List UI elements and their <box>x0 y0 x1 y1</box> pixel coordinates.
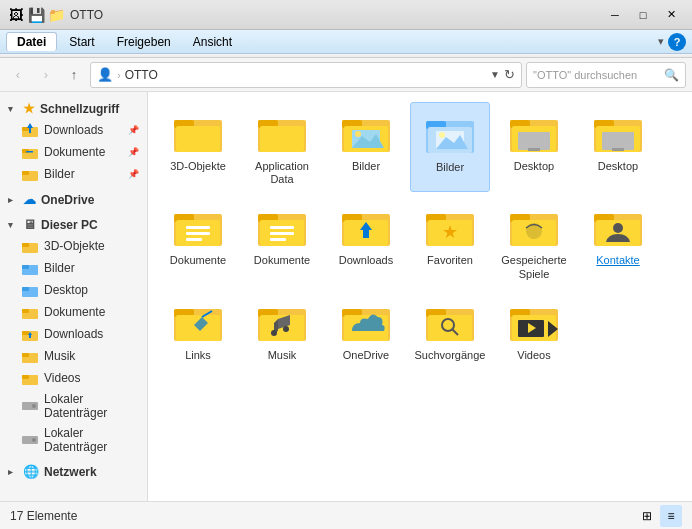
sidebar-item-3d[interactable]: 3D-Objekte <box>0 235 147 257</box>
address-icon: 👤 <box>97 67 113 82</box>
menu-ansicht[interactable]: Ansicht <box>183 33 242 51</box>
file-item-appdata[interactable]: Application Data <box>242 102 322 192</box>
pc-icon: 🖥 <box>23 217 36 232</box>
folder-bilder1-icon <box>342 108 390 156</box>
network-icon: 🌐 <box>23 464 39 479</box>
view-buttons: ⊞ ≡ <box>636 505 682 527</box>
sidebar-item-videos[interactable]: Videos <box>0 367 147 389</box>
search-icon[interactable]: 🔍 <box>664 68 679 82</box>
folder-downloads-icon <box>342 202 390 250</box>
folder-dokumente2-icon <box>258 202 306 250</box>
folder-3dobjekte-icon <box>174 108 222 156</box>
drive1-label: Lokaler Datenträger <box>44 392 139 420</box>
svg-point-22 <box>32 404 36 408</box>
sidebar-item-bilder-quick[interactable]: Bilder 📌 <box>0 163 147 185</box>
file-item-videos[interactable]: Videos <box>494 291 574 368</box>
svg-rect-62 <box>270 226 294 229</box>
menu-start[interactable]: Start <box>59 33 104 51</box>
address-bar[interactable]: 👤 › OTTO ▼ ↻ <box>90 62 522 88</box>
quickaccess-arrow: ▾ <box>8 104 18 114</box>
svg-rect-8 <box>22 243 29 247</box>
help-button[interactable]: ? <box>668 33 686 51</box>
file-item-spiele[interactable]: Gespeicherte Spiele <box>494 196 574 286</box>
file-item-desktop1[interactable]: Desktop <box>494 102 574 192</box>
folder-dokumente2-label: Dokumente <box>254 254 310 267</box>
menu-freigeben[interactable]: Freigeben <box>107 33 181 51</box>
sidebar-header-onedrive[interactable]: ▸ ☁ OneDrive <box>0 189 147 210</box>
sidebar-item-dokumente-quick[interactable]: Dokumente 📌 <box>0 141 147 163</box>
file-item-suche[interactable]: Suchvorgänge <box>410 291 490 368</box>
musik-icon <box>22 348 38 364</box>
folder-musik-icon <box>258 297 306 345</box>
bilder-pc-label: Bilder <box>44 261 75 275</box>
list-view-button[interactable]: ≡ <box>660 505 682 527</box>
file-item-favoriten[interactable]: ★ Favoriten <box>410 196 490 286</box>
ribbon-collapse-arrow[interactable]: ▾ <box>658 35 664 48</box>
folder-dokumente1-icon <box>174 202 222 250</box>
back-button[interactable]: ‹ <box>6 63 30 87</box>
file-item-bilder2[interactable]: Bilder <box>410 102 490 192</box>
svg-point-79 <box>613 223 623 233</box>
forward-button[interactable]: › <box>34 63 58 87</box>
cloud-icon: ☁ <box>23 192 36 207</box>
file-item-musik[interactable]: Musik <box>242 291 322 368</box>
musik-label: Musik <box>44 349 75 363</box>
sidebar-header-network[interactable]: ▸ 🌐 Netzwerk <box>0 461 147 482</box>
folder-desktop2-icon <box>594 108 642 156</box>
folder-videos-icon <box>510 297 558 345</box>
file-item-kontakte[interactable]: Kontakte <box>578 196 658 286</box>
file-item-desktop2[interactable]: Desktop <box>578 102 658 192</box>
app-icon-1: 🖼 <box>8 7 24 23</box>
folder-dokumente1-label: Dokumente <box>170 254 226 267</box>
file-item-downloads[interactable]: Downloads <box>326 196 406 286</box>
svg-rect-64 <box>270 238 286 241</box>
folder-appdata-label: Application Data <box>246 160 318 186</box>
onedrive-label: OneDrive <box>41 193 94 207</box>
close-button[interactable]: ✕ <box>658 5 684 25</box>
dokumente-icon <box>22 144 38 160</box>
status-bar: 17 Elemente ⊞ ≡ <box>0 501 692 529</box>
file-item-3dobjekte[interactable]: 3D-Objekte <box>158 102 238 192</box>
file-item-links[interactable]: Links <box>158 291 238 368</box>
navigation-bar: ‹ › ↑ 👤 › OTTO ▼ ↻ "OTTO" durchsuchen 🔍 <box>0 58 692 92</box>
sidebar-item-desktop[interactable]: Desktop <box>0 279 147 301</box>
sidebar-item-bilder-pc[interactable]: Bilder <box>0 257 147 279</box>
sidebar-header-thispc[interactable]: ▾ 🖥 Dieser PC <box>0 214 147 235</box>
address-dropdown-arrow[interactable]: ▼ <box>490 69 500 80</box>
file-item-bilder1[interactable]: Bilder <box>326 102 406 192</box>
up-button[interactable]: ↑ <box>62 63 86 87</box>
svg-rect-63 <box>270 232 294 235</box>
address-refresh-button[interactable]: ↻ <box>504 67 515 82</box>
svg-rect-12 <box>22 287 29 291</box>
sidebar-item-dokumente-pc[interactable]: Dokumente <box>0 301 147 323</box>
file-item-onedrive[interactable]: OneDrive <box>326 291 406 368</box>
desktop-label: Desktop <box>44 283 88 297</box>
folder-bilder2-label: Bilder <box>436 161 464 174</box>
minimize-button[interactable]: ─ <box>602 5 628 25</box>
maximize-button[interactable]: □ <box>630 5 656 25</box>
sidebar-section-thispc: ▾ 🖥 Dieser PC 3D-Objekte Bilder <box>0 214 147 457</box>
sidebar-item-musik[interactable]: Musik <box>0 345 147 367</box>
sidebar-item-downloads-pc[interactable]: Downloads <box>0 323 147 345</box>
menu-datei[interactable]: Datei <box>6 32 57 51</box>
title-bar: 🖼 💾 📁 OTTO ─ □ ✕ <box>0 0 692 30</box>
search-bar[interactable]: "OTTO" durchsuchen 🔍 <box>526 62 686 88</box>
network-label: Netzwerk <box>44 465 97 479</box>
sidebar-item-downloads-quick[interactable]: Downloads 📌 <box>0 119 147 141</box>
svg-rect-56 <box>186 226 210 229</box>
dokumente-pc-label: Dokumente <box>44 305 105 319</box>
folder-desktop2-label: Desktop <box>598 160 638 173</box>
svg-point-36 <box>355 131 361 137</box>
sidebar-item-drive2[interactable]: Lokaler Datenträger <box>0 423 147 457</box>
sidebar-item-drive1[interactable]: Lokaler Datenträger <box>0 389 147 423</box>
svg-rect-6 <box>22 171 29 175</box>
file-item-dokumente1[interactable]: Dokumente <box>158 196 238 286</box>
file-item-dokumente2[interactable]: Dokumente <box>242 196 322 286</box>
sidebar-section-onedrive: ▸ ☁ OneDrive <box>0 189 147 210</box>
bilder-icon <box>22 166 38 182</box>
svg-rect-46 <box>518 132 550 150</box>
grid-view-button[interactable]: ⊞ <box>636 505 658 527</box>
thispc-arrow: ▾ <box>8 220 18 230</box>
sidebar-header-quickaccess[interactable]: ▾ ★ Schnellzugriff <box>0 98 147 119</box>
svg-rect-58 <box>186 238 202 241</box>
